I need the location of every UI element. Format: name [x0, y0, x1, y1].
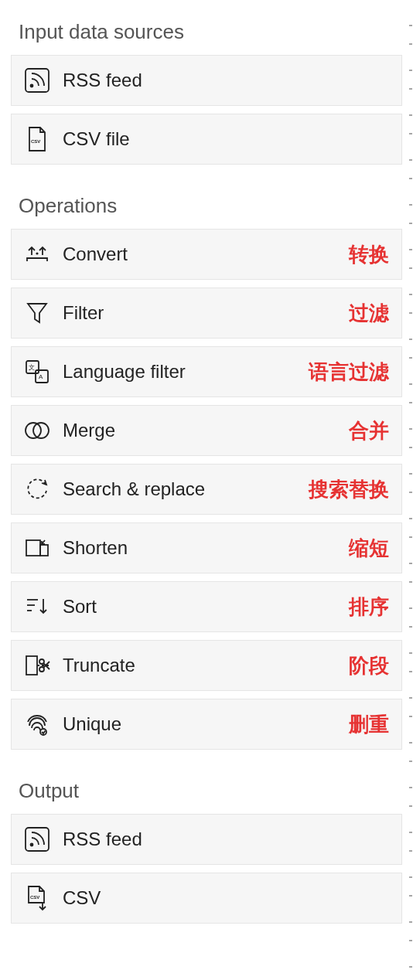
card-label: Language filter — [63, 361, 186, 383]
page: Input data sources RSS feed CSV — [0, 0, 413, 936]
rss-icon — [12, 825, 63, 853]
svg-point-17 — [30, 843, 34, 847]
section-title-input: Input data sources — [19, 20, 402, 44]
svg-point-3 — [36, 252, 38, 254]
card-label: Filter — [63, 302, 104, 324]
card-annotation: 排序 — [349, 594, 389, 621]
refresh-icon — [12, 475, 63, 503]
svg-rect-11 — [40, 545, 48, 556]
card-label: Shorten — [63, 537, 128, 559]
group-input: RSS feed CSV CSV file — [11, 55, 402, 165]
card-annotation: 阶段 — [349, 652, 389, 679]
card-label: Convert — [63, 243, 128, 265]
scissors-icon — [12, 652, 63, 679]
card-annotation: 合并 — [349, 417, 389, 444]
card-label: CSV — [63, 887, 101, 909]
card-label: Truncate — [63, 655, 135, 676]
card-op-truncate[interactable]: Truncate 阶段 — [11, 640, 402, 691]
svg-rect-12 — [26, 656, 37, 675]
card-op-sort[interactable]: Sort 排序 — [11, 581, 402, 632]
card-annotation: 过滤 — [349, 300, 389, 327]
funnel-icon — [12, 299, 63, 327]
card-annotation: 语言过滤 — [309, 359, 389, 386]
svg-text:文: 文 — [29, 364, 35, 371]
file-csv-download-icon: CSV — [12, 884, 63, 912]
card-op-search-replace[interactable]: Search & replace 搜索替换 — [11, 464, 402, 515]
translate-icon: 文 A — [12, 358, 63, 386]
card-annotation: 缩短 — [349, 535, 389, 562]
card-op-merge[interactable]: Merge 合并 — [11, 405, 402, 456]
rss-icon — [12, 66, 63, 94]
fingerprint-icon — [12, 710, 63, 738]
svg-text:CSV: CSV — [31, 139, 40, 144]
card-label: RSS feed — [63, 70, 142, 91]
group-output: RSS feed CSV CSV — [11, 814, 402, 924]
svg-text:CSV: CSV — [30, 895, 39, 900]
card-op-unique[interactable]: Unique 删重 — [11, 699, 402, 750]
shrink-icon — [12, 534, 63, 562]
sort-icon — [12, 593, 63, 621]
card-label: CSV file — [63, 128, 130, 150]
card-label: Sort — [63, 596, 97, 618]
card-output-rss[interactable]: RSS feed — [11, 814, 402, 865]
section-title-operations: Operations — [19, 194, 402, 218]
card-op-convert[interactable]: Convert 转换 — [11, 229, 402, 280]
card-annotation: 搜索替换 — [309, 476, 389, 503]
card-label: Merge — [63, 420, 115, 441]
ruler-decoration — [409, 0, 412, 980]
group-operations: Convert 转换 Filter 过滤 文 A Language fil — [11, 229, 402, 750]
card-output-csv[interactable]: CSV CSV — [11, 873, 402, 924]
card-label: RSS feed — [63, 829, 142, 850]
file-csv-icon: CSV — [12, 125, 63, 153]
card-annotation: 转换 — [349, 241, 389, 268]
card-annotation: 删重 — [349, 711, 389, 738]
svg-point-1 — [30, 84, 34, 88]
section-title-output: Output — [19, 779, 402, 803]
convert-icon — [12, 240, 63, 268]
card-op-filter[interactable]: Filter 过滤 — [11, 288, 402, 339]
svg-text:A: A — [39, 373, 43, 380]
venn-icon — [12, 417, 63, 444]
svg-rect-10 — [26, 540, 40, 556]
card-label: Unique — [63, 713, 121, 735]
card-op-language-filter[interactable]: 文 A Language filter 语言过滤 — [11, 346, 402, 397]
card-label: Search & replace — [63, 478, 205, 500]
card-input-csv[interactable]: CSV CSV file — [11, 114, 402, 165]
card-op-shorten[interactable]: Shorten 缩短 — [11, 522, 402, 573]
card-input-rss[interactable]: RSS feed — [11, 55, 402, 106]
